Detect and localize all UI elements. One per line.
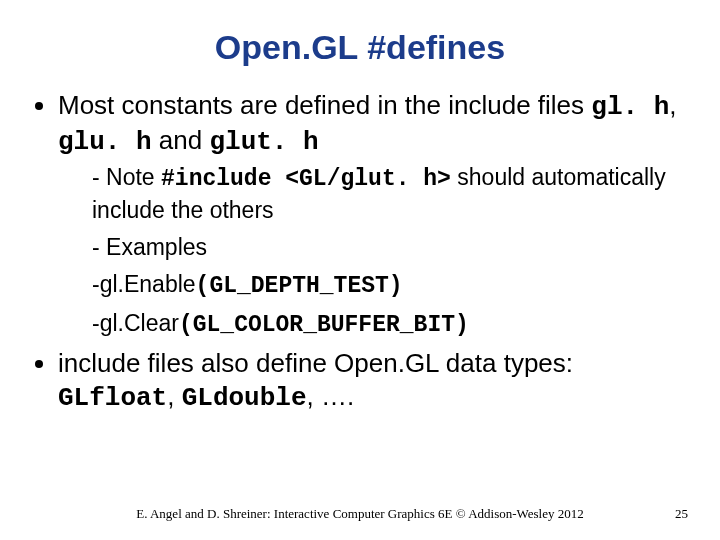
code-color-buffer: (GL_COLOR_BUFFER_BIT) — [179, 312, 469, 338]
slide-title: Open.GL #defines — [40, 28, 680, 67]
bullet-2: include files also define Open.GL data t… — [58, 347, 680, 414]
code-glu-h: glu. h — [58, 127, 152, 157]
code-glut-h: glut. h — [209, 127, 318, 157]
sub-4: gl.Clear(GL_COLOR_BUFFER_BIT) — [92, 308, 680, 341]
sub-3: gl.Enable(GL_DEPTH_TEST) — [92, 269, 680, 302]
bullet-1-sep1: , — [669, 90, 676, 120]
bullet-1: Most constants are defined in the includ… — [58, 89, 680, 341]
bullet-1-mid: and — [152, 125, 210, 155]
bullet-list: Most constants are defined in the includ… — [58, 89, 680, 414]
code-gl-h: gl. h — [591, 92, 669, 122]
code-glfloat: GLfloat — [58, 383, 167, 413]
sub-3a: gl.Enable — [100, 271, 196, 297]
code-depth-test: (GL_DEPTH_TEST) — [196, 273, 403, 299]
bullet-1-pre: Most constants are defined in the includ… — [58, 90, 591, 120]
sub-1: Note #include <GL/glut. h> should automa… — [92, 162, 680, 226]
sub-4a: gl.Clear — [100, 310, 179, 336]
sub-1-pre: Note — [106, 164, 161, 190]
code-include: #include <GL/glut. h> — [161, 166, 451, 192]
sub-2: Examples — [92, 232, 680, 263]
page-number: 25 — [675, 506, 688, 522]
bullet-2-pre: include files also define Open.GL data t… — [58, 348, 573, 378]
footer-text: E. Angel and D. Shreiner: Interactive Co… — [0, 506, 720, 522]
code-gldouble: GLdouble — [182, 383, 307, 413]
bullet-2-post: , …. — [307, 381, 355, 411]
slide: Open.GL #defines Most constants are defi… — [0, 0, 720, 540]
bullet-2-sep1: , — [167, 381, 181, 411]
